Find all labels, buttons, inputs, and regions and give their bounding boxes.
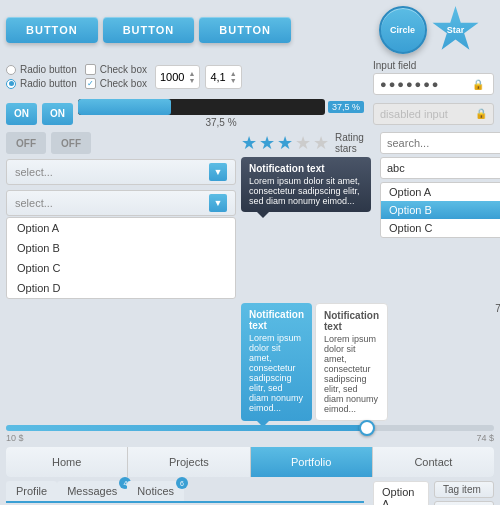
slider-max: 74 $ bbox=[476, 433, 494, 443]
progress-area: 37,5 % 37,5 % bbox=[78, 99, 364, 128]
button-3[interactable]: BUTTON bbox=[199, 17, 291, 43]
slider-percent: 74 % bbox=[397, 303, 500, 314]
star-2[interactable]: ★ bbox=[259, 132, 275, 154]
spinner-2[interactable]: 4,1 ▲ ▼ bbox=[205, 65, 241, 89]
star-1[interactable]: ★ bbox=[241, 132, 257, 154]
toggle-on-2[interactable]: ON bbox=[42, 103, 73, 125]
stars-rating: ★ ★ ★ ★ ★ Rating stars bbox=[241, 132, 371, 154]
select-2[interactable]: select... ▼ bbox=[6, 190, 236, 216]
notices-badge: 6 bbox=[176, 477, 188, 489]
nav-tab-projects[interactable]: Projects bbox=[128, 447, 250, 477]
abc-input[interactable]: abc 🔍 bbox=[380, 157, 500, 179]
right-option-b[interactable]: Option B bbox=[381, 201, 500, 219]
spinner-down-2[interactable]: ▼ bbox=[230, 77, 237, 84]
star-5[interactable]: ★ bbox=[313, 132, 329, 154]
input-field-label: Input field bbox=[373, 60, 494, 71]
right-option-c[interactable]: Option C bbox=[381, 219, 500, 237]
sub-tabs: Profile Messages 4 Notices 6 bbox=[6, 481, 364, 503]
checkbox-2[interactable] bbox=[85, 78, 96, 89]
button-1[interactable]: BUTTON bbox=[6, 17, 98, 43]
tab-messages[interactable]: Messages 4 bbox=[57, 481, 127, 501]
dropdown-item-c[interactable]: Option C bbox=[7, 258, 235, 278]
tab-notices[interactable]: Notices 6 bbox=[127, 481, 184, 501]
right-option-a[interactable]: Option A bbox=[381, 183, 500, 201]
spinner-up-1[interactable]: ▲ bbox=[188, 70, 195, 77]
toggle-on-1[interactable]: ON bbox=[6, 103, 37, 125]
slider-track[interactable] bbox=[6, 425, 494, 431]
lock-icon-disabled: 🔒 bbox=[475, 108, 487, 119]
right-dropdown: Option A Option B Option C bbox=[380, 182, 500, 238]
search-field[interactable]: 🔍 bbox=[380, 132, 500, 154]
toggle-off-1[interactable]: OFF bbox=[6, 132, 46, 154]
radio-item-1[interactable]: Radio button bbox=[6, 64, 77, 75]
star-3[interactable]: ★ bbox=[277, 132, 293, 154]
tag-item-2[interactable]: Tag item bbox=[434, 501, 494, 505]
radio-circle-1[interactable] bbox=[6, 65, 16, 75]
button-2[interactable]: BUTTON bbox=[103, 17, 195, 43]
tag-section: Tag item Tag item UI Kit Blue bbox=[434, 481, 494, 505]
lock-icon: 🔒 bbox=[472, 79, 487, 90]
dropdown-item-a[interactable]: Option A bbox=[7, 218, 235, 238]
password-input[interactable]: ●●●●●●● 🔒 bbox=[373, 73, 494, 95]
notification-dark: Notification text Lorem ipsum dolor sit … bbox=[241, 157, 371, 212]
select-chevron-1: ▼ bbox=[209, 163, 227, 181]
star-button[interactable]: Star bbox=[432, 6, 480, 54]
circle-button[interactable]: Circle bbox=[379, 6, 427, 54]
slider-min: 10 $ bbox=[6, 433, 24, 443]
progress-bar-1 bbox=[78, 99, 325, 115]
spinner-down-1[interactable]: ▼ bbox=[188, 77, 195, 84]
nav-tab-contact[interactable]: Contact bbox=[373, 447, 494, 477]
spinners: 1000 ▲ ▼ 4,1 ▲ ▼ bbox=[155, 64, 242, 89]
select-chevron-2: ▼ bbox=[209, 194, 227, 212]
radio-group: Radio button Radio button bbox=[6, 64, 77, 89]
tab-profile[interactable]: Profile bbox=[6, 481, 57, 501]
dropdown-list: Option A Option B Option C Option D bbox=[6, 217, 236, 299]
nav-tab-home[interactable]: Home bbox=[6, 447, 128, 477]
radio-circle-2[interactable] bbox=[6, 79, 16, 89]
slider-thumb[interactable] bbox=[359, 420, 375, 436]
checkbox-item-1[interactable]: Check box bbox=[85, 64, 147, 75]
slider-container: 10 $ 74 $ bbox=[6, 425, 494, 443]
notification-light: Notification text Lorem ipsum dolor sit … bbox=[315, 303, 388, 421]
checkbox-item-2[interactable]: Check box bbox=[85, 78, 147, 89]
star-4[interactable]: ★ bbox=[295, 132, 311, 154]
nav-tabs: Home Projects Portfolio Contact bbox=[6, 447, 494, 477]
dropdown-item-d[interactable]: Option D bbox=[7, 278, 235, 298]
spinner-1[interactable]: 1000 ▲ ▼ bbox=[155, 65, 200, 89]
bottom-dropdown: Option A Option B Option C Option D bbox=[373, 481, 429, 505]
select-1[interactable]: select... ▼ bbox=[6, 159, 236, 185]
notification-blue: Notification text Lorem ipsum dolor sit … bbox=[241, 303, 312, 421]
spinner-up-2[interactable]: ▲ bbox=[230, 70, 237, 77]
checkbox-1[interactable] bbox=[85, 64, 96, 75]
toggle-off-2[interactable]: OFF bbox=[51, 132, 91, 154]
search-input[interactable] bbox=[381, 137, 500, 149]
disabled-input: disabled input 🔒 bbox=[373, 103, 494, 125]
dropdown-item-b[interactable]: Option B bbox=[7, 238, 235, 258]
nav-tab-portfolio[interactable]: Portfolio bbox=[251, 447, 373, 477]
tag-item-1[interactable]: Tag item bbox=[434, 481, 494, 498]
radio-item-2[interactable]: Radio button bbox=[6, 78, 77, 89]
bottom-opt-a[interactable]: Option A bbox=[373, 481, 429, 505]
checkbox-group: Check box Check box bbox=[85, 64, 147, 89]
